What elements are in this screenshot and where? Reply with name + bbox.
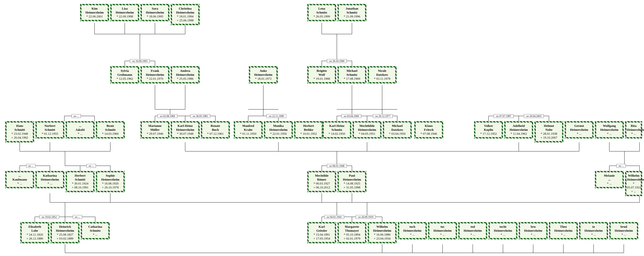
person-hans[interactable]: HansSchmitt* 23.02.1948+ 26.04.1992 (5, 121, 34, 142)
person-toch[interactable]: tochHeimerzheim* ... (398, 222, 427, 239)
person-christina[interactable]: ChristinaHeimerzheim* 18.01.1994+ 25.06.… (171, 4, 200, 25)
person-jonathan[interactable]: JonathanSchmitz* 21.09.1996 (338, 4, 366, 21)
person-lena[interactable]: LenaSchmitz* 26.05.1999 (307, 4, 336, 21)
person-katharina[interactable]: KatharinaHeimerzheim* ... (36, 171, 64, 188)
person-nicole[interactable]: NicoleDatzkow* 03.11.1978 (368, 66, 396, 83)
person-karl[interactable]: KarlGeissler* 15.04.1891+ 17.05.1954 (307, 222, 336, 243)
person-michael-schmitz[interactable]: MichaelSchmitz* 17.08.1969 (338, 66, 366, 83)
marriage-khschmitz-mecht: oo 03.04.1969 (342, 114, 361, 118)
person-toc[interactable]: tocHeimerzheim* ... (428, 222, 457, 239)
person-wolfgang[interactable]: WolfgangHeimerzheim* ... (595, 121, 624, 138)
person-kh-schmitz[interactable]: Karl-HeinzSchmitz* 14.02.1950 (322, 121, 351, 138)
person-anke[interactable]: AnkeHeimerzheim* 18.01.1972 (249, 66, 278, 83)
person-wilhelm-h[interactable]: WilhelmHeimerzheim* 05.07.1922+ ... (625, 171, 642, 196)
person-elisabeth[interactable]: ElisabethLohr* 24.11.1820+ 26.12.1880 (20, 222, 49, 243)
person-mechthilde-h[interactable]: MechthildeHeimerzheim* 04.05.1951 (352, 121, 382, 138)
person-paul[interactable]: PaulHeimerzheim* 14.08.1925+ 31.05.1998 (338, 171, 366, 192)
person-norbert[interactable]: NorbertSchmitt* 01.12.1955 (36, 121, 64, 138)
marriage-brigitte-michael: oo 30.10.1990 (327, 59, 347, 63)
marriage-volker-adelheid: oo 07.07.1987 (494, 114, 514, 118)
marriage-margarete-wilhelm: oo 26.09.1919 (356, 215, 376, 219)
person-sara[interactable]: SaraHeimerzheim* 18.06.1995 (140, 4, 170, 21)
person-klaus[interactable]: KlausFritsch* 07.08.1946 (414, 121, 443, 138)
person-lisa[interactable]: LisaHeimerzheim* 22.09.1998 (110, 4, 139, 21)
person-herbert-schmitt[interactable]: HerbertSchmitt* 30.01.1924+ 08.10.1991 (66, 171, 94, 192)
marriage-marianne-kh: oo 02.08.1969 (158, 114, 177, 118)
marriage-sylvia-frank: oo 10.09.1993 (130, 59, 150, 63)
person-bru[interactable]: bruHeimerzheim* ... (519, 222, 548, 239)
person-herbert-bethke[interactable]: HerbertBethke* 10.01.1952 (294, 121, 323, 138)
marriage-norbert-jakobi: oo ... (72, 114, 81, 118)
person-theo[interactable]: TheoHeimerzheim* ... (549, 222, 578, 239)
person-jakobi[interactable]: ...Jakobi* ... (66, 121, 94, 138)
person-sylvia[interactable]: SylviaGrohmann* 12.05.1962 (110, 66, 139, 83)
person-brigitte[interactable]: BrigitteWolf* 19.01.1968 (307, 66, 336, 83)
person-andrea[interactable]: AndreaHeimerzheim* 25.05.1986 (171, 66, 200, 83)
marriage-herbert-sophie: oo ... (87, 164, 96, 168)
marriage-adelheid-helmut: oo 30.04.2003 (524, 114, 544, 118)
person-catharina[interactable]: CatharinaSchmitz* ... (81, 222, 110, 239)
person-tod[interactable]: todHeimerzheim* ... (458, 222, 487, 239)
marriage-kaufmann-katharina: oo ... (26, 164, 36, 168)
marriage-manfred-monika: oo 22.11.1990 (266, 114, 286, 118)
marriage-heinrich-catharina: oo ... (73, 215, 82, 219)
person-kim[interactable]: KimHeimerzheim* 22.06.2001 (80, 4, 109, 21)
person-marianne[interactable]: MarianneMüller* 29.07.1946 (140, 121, 170, 138)
marriage-mecht-datzkow: oo 20.12.1977 (373, 114, 393, 118)
person-beate[interactable]: BeateSchmitt* 14.03.1960 (96, 121, 125, 138)
marriage-melanie-wilhelm: oo ... (616, 164, 626, 168)
person-brud[interactable]: brudHeimerzheim* ... (609, 222, 638, 239)
person-manfred[interactable]: ManfredKrahe* 01.11.1950 (234, 121, 263, 138)
person-sophie[interactable]: SophieHeimerzheim* 16.08.1920+ 20.10.197… (96, 171, 125, 192)
person-margarete[interactable]: MargareteThomayer* 05.10.1894+ 02.01.197… (338, 222, 366, 243)
person-kh-heimerzheim[interactable]: Karl-HeinzHeimerzheim* 30.07.1948 (171, 121, 200, 138)
person-heinrich[interactable]: HeinrichHeimerzheim* 25.08.1827+ 03.02.1… (50, 222, 80, 243)
person-tocht[interactable]: tochtHeimerzheim* ... (488, 222, 518, 239)
marriage-karl-margarete: oo 04.01.1941 (324, 215, 344, 219)
person-wilhelm-h2[interactable]: WilhelmHeimerzheim* 16.06.1886+ 23.04.19… (368, 222, 396, 243)
person-melanie[interactable]: Melanie...* ... (595, 171, 624, 188)
person-michael-datzkow[interactable]: MichaelDatzkow* 03.04.1950 (383, 121, 412, 138)
person-to[interactable]: toHeimerzheim* ... (579, 222, 608, 239)
family-tree-canvas: KimHeimerzheim* 22.06.2001 LisaHeimerzhe… (0, 0, 644, 256)
person-monika[interactable]: MonikaHeimerzheim* 22.01.1950 (264, 121, 293, 138)
marriage-kh-renate: oo 30.05.1985 (190, 114, 210, 118)
person-mechtilde-roemer[interactable]: MechtildeRömer* 06.03.1927+ 06.10.2012 (307, 171, 336, 192)
person-helmut[interactable]: HelmutNolte* 28.01.1938+ 19.10.2007 (534, 121, 563, 142)
marriage-mechtilde-paul: oo 06.01.1948 (327, 164, 347, 168)
person-frank[interactable]: FrankHeimerzheim* 22.01.1970 (140, 66, 170, 83)
person-kaufmann[interactable]: ...Kaufmann* ... (5, 171, 34, 188)
person-adelheid[interactable]: AdelheidHeimerzheim* 11.04.1962 (504, 121, 533, 138)
person-volker[interactable]: VolkerKoplin* 17.12.1952 (474, 121, 503, 138)
marriage-elisabeth-heinrich: oo 19.02.1852 (40, 215, 59, 219)
person-rita[interactable]: RitaHeimerzheim* ... (625, 121, 642, 138)
person-gernot[interactable]: GernotHeimerzheim* ... (565, 121, 594, 138)
person-renate[interactable]: RenateBuch* 07.12.1961 (201, 121, 230, 138)
